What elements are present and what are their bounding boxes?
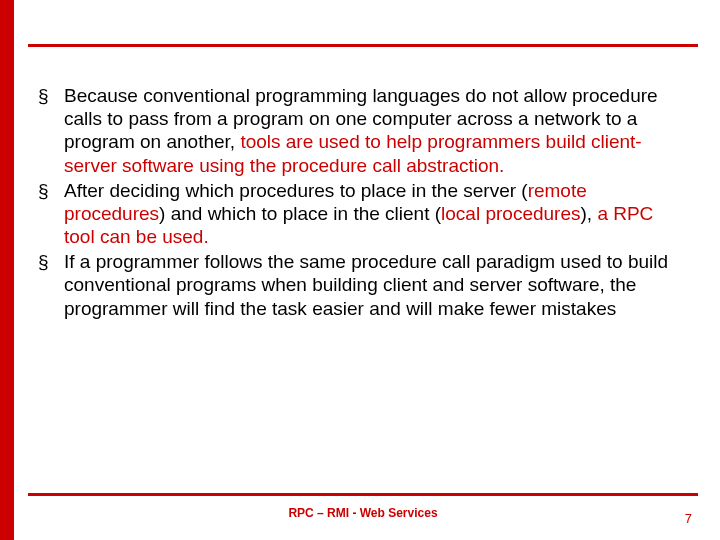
bullet-item: Because conventional programming languag…	[36, 84, 684, 177]
bullet-text-run: If a programmer follows the same procedu…	[64, 251, 668, 318]
top-divider	[28, 44, 698, 47]
bullet-text-run: After deciding which procedures to place…	[64, 180, 528, 201]
bottom-divider	[28, 493, 698, 496]
page-number: 7	[685, 511, 692, 526]
bullet-text-run: local procedures	[441, 203, 580, 224]
bullet-item: If a programmer follows the same procedu…	[36, 250, 684, 320]
bullet-item: After deciding which procedures to place…	[36, 179, 684, 249]
slide-footer: RPC – RMI - Web Services 7	[28, 506, 698, 526]
left-accent-bar	[0, 0, 14, 540]
slide-body: Because conventional programming languag…	[36, 84, 684, 322]
footer-title: RPC – RMI - Web Services	[28, 506, 698, 520]
bullet-text-run: ),	[580, 203, 597, 224]
bullet-text-run: ) and which to place in the client (	[159, 203, 441, 224]
bullet-list: Because conventional programming languag…	[36, 84, 684, 320]
